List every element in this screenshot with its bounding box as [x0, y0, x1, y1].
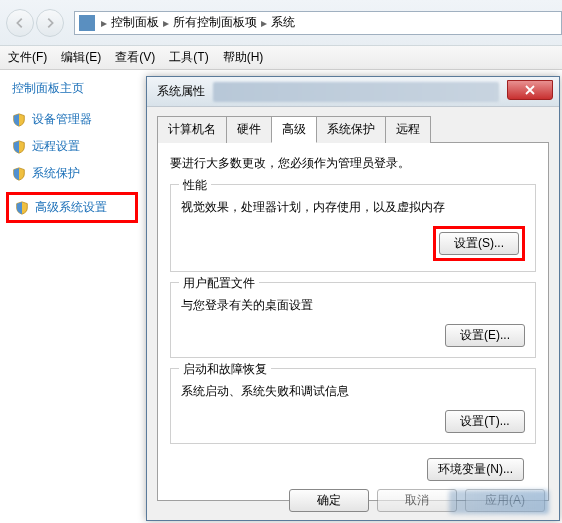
close-button[interactable] — [507, 80, 553, 100]
menu-bar: 文件(F) 编辑(E) 查看(V) 工具(T) 帮助(H) — [0, 46, 562, 70]
address-bar[interactable]: ▸ 控制面板 ▸ 所有控制面板项 ▸ 系统 — [74, 11, 562, 35]
group-desc: 视觉效果，处理器计划，内存使用，以及虚拟内存 — [181, 199, 525, 216]
group-title: 用户配置文件 — [179, 275, 259, 292]
tab-system-protection[interactable]: 系统保护 — [316, 116, 386, 143]
performance-settings-button[interactable]: 设置(S)... — [439, 232, 519, 255]
group-performance: 性能 视觉效果，处理器计划，内存使用，以及虚拟内存 设置(S)... — [170, 184, 536, 272]
sidebar-item-label: 系统保护 — [32, 165, 80, 182]
menu-file[interactable]: 文件(F) — [8, 49, 47, 66]
cancel-button[interactable]: 取消 — [377, 489, 457, 512]
startup-settings-button[interactable]: 设置(T)... — [445, 410, 525, 433]
shield-icon — [12, 140, 26, 154]
tab-panel-advanced: 要进行大多数更改，您必须作为管理员登录。 性能 视觉效果，处理器计划，内存使用，… — [157, 143, 549, 501]
apply-button[interactable]: 应用(A) — [465, 489, 545, 512]
breadcrumb-item[interactable]: 所有控制面板项 — [173, 14, 257, 31]
button-highlight: 设置(S)... — [433, 226, 525, 261]
shield-icon — [15, 201, 29, 215]
sidebar-item-system-protection[interactable]: 系统保护 — [12, 165, 132, 182]
tab-advanced[interactable]: 高级 — [271, 116, 317, 143]
env-variables-button[interactable]: 环境变量(N)... — [427, 458, 524, 481]
control-panel-icon — [79, 15, 95, 31]
tab-hardware[interactable]: 硬件 — [226, 116, 272, 143]
menu-tools[interactable]: 工具(T) — [169, 49, 208, 66]
group-title: 启动和故障恢复 — [179, 361, 271, 378]
user-profiles-settings-button[interactable]: 设置(E)... — [445, 324, 525, 347]
ok-button[interactable]: 确定 — [289, 489, 369, 512]
tab-strip: 计算机名 硬件 高级 系统保护 远程 — [157, 115, 549, 143]
sidebar-item-advanced[interactable]: 高级系统设置 — [15, 199, 129, 216]
arrow-right-icon — [43, 16, 57, 30]
sidebar-item-label: 高级系统设置 — [35, 199, 107, 216]
arrow-left-icon — [13, 16, 27, 30]
chevron-right-icon: ▸ — [163, 16, 169, 30]
shield-icon — [12, 167, 26, 181]
tab-computer-name[interactable]: 计算机名 — [157, 116, 227, 143]
system-properties-dialog: 系统属性 计算机名 硬件 高级 系统保护 远程 要进行大多数更改，您必须作为管理… — [146, 76, 560, 521]
sidebar-item-device-manager[interactable]: 设备管理器 — [12, 111, 132, 128]
menu-help[interactable]: 帮助(H) — [223, 49, 264, 66]
sidebar-item-label: 远程设置 — [32, 138, 80, 155]
group-user-profiles: 用户配置文件 与您登录有关的桌面设置 设置(E)... — [170, 282, 536, 358]
forward-button[interactable] — [36, 9, 64, 37]
group-title: 性能 — [179, 177, 211, 194]
menu-view[interactable]: 查看(V) — [115, 49, 155, 66]
dialog-titlebar: 系统属性 — [147, 77, 559, 107]
chevron-right-icon: ▸ — [261, 16, 267, 30]
group-startup: 启动和故障恢复 系统启动、系统失败和调试信息 设置(T)... — [170, 368, 536, 444]
shield-icon — [12, 113, 26, 127]
back-button[interactable] — [6, 9, 34, 37]
group-desc: 与您登录有关的桌面设置 — [181, 297, 525, 314]
dialog-title: 系统属性 — [157, 83, 205, 100]
close-icon — [525, 85, 535, 95]
chevron-right-icon: ▸ — [101, 16, 107, 30]
breadcrumb-item[interactable]: 控制面板 — [111, 14, 159, 31]
tab-remote[interactable]: 远程 — [385, 116, 431, 143]
sidebar-item-label: 设备管理器 — [32, 111, 92, 128]
sidebar: 控制面板主页 设备管理器 远程设置 系统保护 高级系统设置 — [0, 70, 144, 523]
explorer-top-bar: ▸ 控制面板 ▸ 所有控制面板项 ▸ 系统 — [0, 0, 562, 46]
sidebar-header[interactable]: 控制面板主页 — [12, 80, 132, 97]
menu-edit[interactable]: 编辑(E) — [61, 49, 101, 66]
intro-text: 要进行大多数更改，您必须作为管理员登录。 — [170, 155, 536, 172]
dialog-footer: 确定 取消 应用(A) — [289, 489, 545, 512]
sidebar-highlight: 高级系统设置 — [6, 192, 138, 223]
sidebar-item-remote[interactable]: 远程设置 — [12, 138, 132, 155]
breadcrumb: ▸ 控制面板 ▸ 所有控制面板项 ▸ 系统 — [99, 14, 295, 31]
titlebar-blur — [213, 82, 499, 102]
breadcrumb-item[interactable]: 系统 — [271, 14, 295, 31]
group-desc: 系统启动、系统失败和调试信息 — [181, 383, 525, 400]
